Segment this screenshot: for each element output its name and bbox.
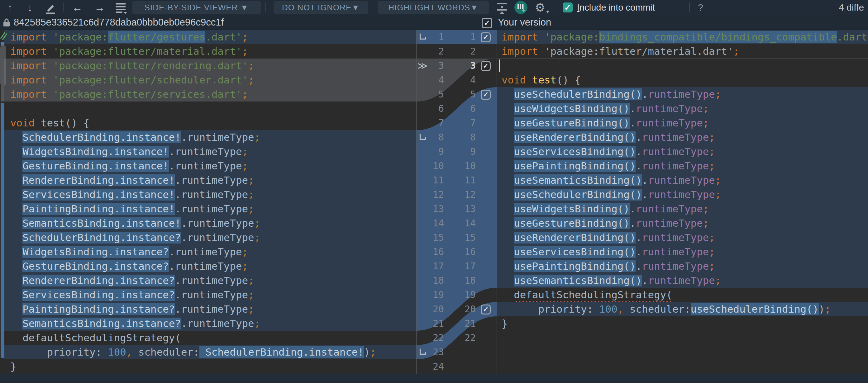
code-token: 'package:flutter/material.dart' xyxy=(53,45,242,57)
code-line[interactable]: useGestureBinding().runtimeType; xyxy=(497,116,868,130)
code-line[interactable]: priority: 100, scheduler: SchedulerBindi… xyxy=(4,345,416,359)
highlight-policy-dropdown[interactable]: HIGHLIGHT WORDS▼ xyxy=(378,1,489,14)
code-line[interactable]: SemanticsBinding.instance?.runtimeType; xyxy=(4,316,416,331)
code-line[interactable]: import 'package:flutter/rendering.dart'; xyxy=(4,59,416,73)
code-token xyxy=(502,131,514,143)
include-into-commit-checkbox[interactable]: ✓ xyxy=(563,2,572,12)
edit-source-icon[interactable] xyxy=(43,0,58,15)
change-stripe-mark[interactable] xyxy=(1,103,4,358)
include-change-checkbox[interactable]: ✓ xyxy=(481,61,491,71)
code-line[interactable]: void test() { xyxy=(497,73,868,87)
code-token xyxy=(10,318,23,329)
your-version-checkbox[interactable]: ✓ xyxy=(482,18,492,28)
code-line[interactable]: GestureBinding.instance!.runtimeType; xyxy=(4,159,416,173)
code-token: useWidgetsBinding() xyxy=(514,103,630,115)
code-line[interactable]: useSchedulerBinding().runtimeType; xyxy=(497,187,868,202)
code-line[interactable]: useSchedulerBinding().runtimeType; xyxy=(497,87,868,101)
code-line[interactable]: WidgetsBinding.instance!.runtimeType; xyxy=(4,145,416,159)
code-line[interactable]: useServicesBinding().runtimeType; xyxy=(497,245,868,259)
code-line[interactable]: defaultSchedulingStrategy( xyxy=(4,331,416,345)
code-token: SemanticsBinding.instance! xyxy=(23,217,181,229)
code-line[interactable]: SchedulerBinding.instance!.runtimeType; xyxy=(4,130,416,145)
code-line[interactable]: import 'package:flutter/gestures.dart'; xyxy=(4,30,416,44)
code-line[interactable]: import 'package:flutter/material.dart'; xyxy=(497,44,868,59)
include-change-checkbox[interactable]: ✓ xyxy=(481,90,491,100)
code-token: RendererBinding.instance? xyxy=(23,275,175,286)
right-pane-title: Your version xyxy=(498,15,551,30)
code-line[interactable]: import 'package:flutter/material.dart'; xyxy=(4,44,416,59)
code-line[interactable] xyxy=(4,101,416,116)
ignore-policy-dropdown[interactable]: DO NOT IGNORE▼ xyxy=(274,1,368,14)
code-line[interactable]: RendererBinding.instance?.runtimeType; xyxy=(4,274,416,288)
code-token: ; xyxy=(248,275,254,286)
code-line[interactable]: useSemanticsBinding().runtimeType; xyxy=(497,274,868,288)
change-stripe-mark[interactable] xyxy=(1,42,4,45)
code-token: SemanticsBinding.instance? xyxy=(23,318,181,329)
code-line[interactable]: usePaintingBinding().runtimeType; xyxy=(497,159,868,173)
code-token: defaultSchedulingStrategy( xyxy=(514,289,672,301)
code-line[interactable]: PaintingBinding.instance!.runtimeType; xyxy=(4,202,416,216)
compare-menu-icon[interactable] xyxy=(113,0,129,15)
code-line[interactable]: SchedulerBinding.instance?.runtimeType; xyxy=(4,230,416,245)
code-line[interactable]: useGestureBinding().runtimeType; xyxy=(497,216,868,230)
code-token: ; xyxy=(709,232,715,244)
code-line[interactable]: priority: 100, scheduler:useSchedulerBin… xyxy=(497,302,868,316)
apply-change-icon[interactable] xyxy=(418,32,427,42)
code-line[interactable]: useWidgetsBinding().runtimeType; xyxy=(497,202,868,216)
code-token: .runtimeType xyxy=(175,289,248,301)
back-icon[interactable]: ← xyxy=(70,0,85,15)
code-line[interactable]: PaintingBinding.instance?.runtimeType; xyxy=(4,302,416,316)
code-line[interactable]: usePaintingBinding().runtimeType; xyxy=(497,259,868,274)
help-icon[interactable]: ? xyxy=(698,0,703,15)
code-token: runtimeType xyxy=(642,246,709,258)
code-token: WidgetsBinding.instance! xyxy=(23,146,169,158)
code-line[interactable]: SemanticsBinding.instance!.runtimeType; xyxy=(4,216,416,230)
code-token xyxy=(10,246,23,258)
code-token: ; xyxy=(703,117,709,129)
code-line[interactable]: useServicesBinding().runtimeType; xyxy=(497,145,868,159)
code-token: useWidgetsBinding() xyxy=(514,203,630,215)
code-line[interactable]: defaultSchedulingStrategy( xyxy=(497,288,868,302)
next-change-icon[interactable]: ↓ xyxy=(23,0,37,15)
left-error-stripe[interactable] xyxy=(0,30,4,374)
code-token xyxy=(538,45,544,57)
include-change-checkbox[interactable]: ✓ xyxy=(481,32,491,42)
code-line[interactable]: RendererBinding.instance!.runtimeType; xyxy=(4,173,416,187)
previous-change-icon[interactable]: ↑ xyxy=(3,0,17,15)
code-line[interactable]: ServicesBinding.instance?.runtimeType; xyxy=(4,288,416,302)
code-line[interactable]: void test() { xyxy=(4,116,416,130)
code-line[interactable] xyxy=(497,59,868,73)
code-line[interactable]: } xyxy=(4,359,416,374)
code-line[interactable]: import 'package:flutter/services.dart'; xyxy=(4,87,416,101)
code-token: runtimeType xyxy=(636,117,703,129)
right-line-number: 7 xyxy=(448,116,476,130)
code-line[interactable]: import 'package:bindings_compatible/bind… xyxy=(497,30,868,44)
apply-all-changes-icon[interactable] xyxy=(513,0,529,15)
code-line[interactable]: ServicesBinding.instance!.runtimeType; xyxy=(4,187,416,202)
apply-change-icon[interactable] xyxy=(418,348,427,357)
code-token: usePaintingBinding() xyxy=(514,260,636,272)
code-token: ; xyxy=(248,74,254,86)
code-line[interactable]: useSemanticsBinding().runtimeType; xyxy=(497,173,868,187)
forward-icon[interactable]: → xyxy=(92,0,107,15)
code-line[interactable]: useWidgetsBinding().runtimeType; xyxy=(497,101,868,116)
code-line[interactable]: GestureBinding.instance?.runtimeType; xyxy=(4,259,416,274)
include-into-commit-label[interactable]: Include into commit xyxy=(577,0,655,15)
apply-change-icon[interactable] xyxy=(418,133,427,142)
code-line[interactable]: WidgetsBinding.instance?.runtimeType; xyxy=(4,245,416,259)
collapse-unchanged-icon[interactable] xyxy=(495,0,509,15)
lock-icon xyxy=(2,18,10,27)
include-change-checkbox[interactable]: ✓ xyxy=(481,305,491,315)
viewer-mode-dropdown[interactable]: SIDE-BY-SIDE VIEWER ▼ xyxy=(132,1,261,14)
code-line[interactable]: useRendererBinding().runtimeType; xyxy=(497,130,868,145)
code-line[interactable]: import 'package:flutter/scheduler.dart'; xyxy=(4,73,416,87)
right-line-number: 18 xyxy=(448,274,476,288)
settings-gear-icon[interactable]: ⚙▼ xyxy=(533,0,552,15)
ignore-change-icon[interactable]: ≫ xyxy=(417,59,430,73)
code-token: ; xyxy=(248,203,254,215)
code-line[interactable]: } xyxy=(497,316,868,331)
code-line[interactable] xyxy=(497,331,868,345)
left-line-number: 4 xyxy=(416,73,444,87)
change-stripe-mark[interactable] xyxy=(1,59,4,101)
code-line[interactable]: useRendererBinding().runtimeType; xyxy=(497,230,868,245)
